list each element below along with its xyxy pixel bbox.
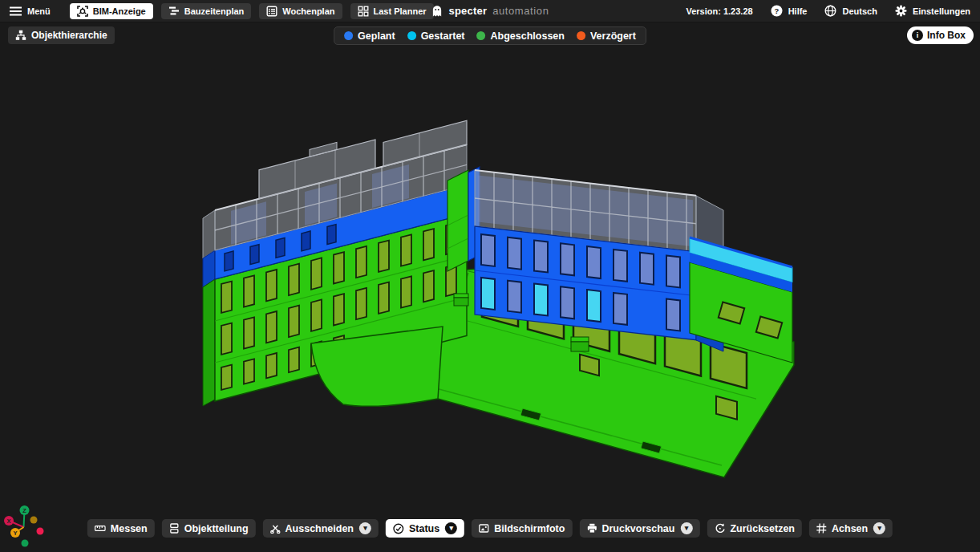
button-label: Druckvorschau: [601, 523, 674, 534]
axis-neg-y-handle[interactable]: [30, 517, 38, 524]
language-button[interactable]: Deutsch: [824, 5, 877, 17]
language-label: Deutsch: [842, 6, 877, 16]
button-label: Status: [409, 523, 439, 534]
button-label: Messen: [111, 523, 148, 534]
axis-neg-x-handle[interactable]: [37, 528, 44, 535]
brand-logo: specter automation: [431, 5, 549, 18]
screenshot-icon: [479, 523, 489, 534]
axis-y-handle[interactable]: Y: [10, 528, 20, 538]
button-label: Bildschirmfoto: [494, 523, 565, 534]
svg-text:Z: Z: [22, 507, 26, 514]
status-button[interactable]: Status ▾: [386, 519, 464, 538]
object-split-button[interactable]: Objektteilung: [162, 519, 256, 538]
legend-label: Gestartet: [421, 30, 465, 42]
screenshot-button[interactable]: Bildschirmfoto: [472, 519, 572, 538]
chevron-down-icon[interactable]: ▾: [445, 522, 457, 534]
svg-text:X: X: [6, 518, 10, 525]
hamburger-icon: [10, 6, 22, 16]
legend-item-geplant[interactable]: Geplant: [344, 30, 395, 42]
help-label: Hilfe: [788, 6, 808, 16]
help-icon: ?: [771, 5, 783, 17]
info-icon: i: [912, 30, 923, 41]
settings-label: Einstellungen: [913, 6, 970, 16]
globe-icon: [824, 5, 836, 17]
chevron-down-icon[interactable]: ▾: [873, 522, 885, 534]
chevron-down-icon[interactable]: ▾: [680, 522, 692, 534]
brand-name: specter: [449, 5, 488, 17]
3d-viewport[interactable]: Z X Y: [0, 0, 980, 552]
tab-wochenplan[interactable]: Wochenplan: [259, 3, 342, 19]
button-label: Achsen: [832, 523, 868, 534]
reset-icon: [714, 523, 725, 534]
tab-bim-anzeige[interactable]: BIM-Anzeige: [70, 3, 153, 19]
button-label: Ausschneiden: [285, 523, 354, 534]
tab-last-planner[interactable]: Last Planner: [350, 3, 434, 19]
svg-text:?: ?: [774, 6, 779, 15]
info-box-button[interactable]: i Info Box: [907, 26, 974, 44]
button-label: Objektteilung: [184, 523, 249, 534]
object-hierarchy-label: Objekthierarchie: [31, 30, 107, 41]
printer-icon: [586, 523, 597, 534]
tab-label: Wochenplan: [282, 6, 334, 16]
menu-button[interactable]: Menü: [10, 6, 51, 16]
weekplan-icon: [266, 6, 277, 17]
bim-view-icon: [77, 6, 88, 17]
hierarchy-icon: [15, 30, 26, 41]
axis-neg-z-handle[interactable]: [22, 540, 29, 547]
axis-x-handle[interactable]: X: [4, 516, 14, 526]
print-preview-button[interactable]: Druckvorschau ▾: [579, 519, 699, 538]
legend-item-gestartet[interactable]: Gestartet: [407, 30, 465, 42]
status-dot-gestartet: [407, 31, 416, 40]
axis-z-handle[interactable]: Z: [20, 505, 30, 515]
split-object-icon: [169, 523, 180, 534]
scissors-icon: [270, 523, 281, 534]
tab-bauzeitenplan[interactable]: Bauzeitenplan: [161, 3, 252, 19]
legend-label: Geplant: [358, 30, 395, 42]
gear-icon: [895, 5, 907, 17]
help-button[interactable]: ? Hilfe: [771, 5, 808, 17]
bottom-toolbar: Messen Objektteilung Ausschneiden ▾ Stat…: [87, 519, 893, 538]
tab-label: BIM-Anzeige: [93, 6, 146, 16]
axes-grid-icon: [816, 523, 827, 534]
info-box-label: Info Box: [927, 30, 966, 41]
button-label: Zurücksetzen: [730, 523, 795, 534]
status-dot-verzoegert: [577, 31, 585, 40]
version-label: Version: 1.23.28: [686, 6, 752, 16]
object-hierarchy-button[interactable]: Objekthierarchie: [8, 26, 115, 44]
axes-button[interactable]: Achsen ▾: [809, 519, 893, 538]
axis-gizmo[interactable]: Z X Y: [2, 493, 61, 552]
measure-button[interactable]: Messen: [87, 519, 155, 538]
legend-label: Abgeschlossen: [491, 30, 565, 42]
legend-item-abgeschlossen[interactable]: Abgeschlossen: [477, 30, 565, 42]
tab-label: Last Planner: [374, 6, 427, 16]
cut-button[interactable]: Ausschneiden ▾: [263, 519, 379, 538]
tab-label: Bauzeitenplan: [184, 6, 245, 16]
bim-model[interactable]: [0, 0, 980, 552]
ghost-logo-icon: [431, 5, 443, 18]
status-check-icon: [393, 523, 404, 534]
menu-label: Menü: [27, 6, 51, 16]
reset-button[interactable]: Zurücksetzen: [707, 519, 802, 538]
settings-button[interactable]: Einstellungen: [895, 5, 970, 17]
legend-label: Verzögert: [590, 30, 636, 42]
legend-item-verzoegert[interactable]: Verzögert: [577, 30, 636, 42]
grid-icon: [358, 6, 369, 17]
brand-suffix: automation: [492, 5, 549, 17]
status-dot-geplant: [344, 31, 353, 40]
ruler-icon: [95, 523, 106, 534]
svg-text:Y: Y: [13, 530, 17, 537]
chevron-down-icon[interactable]: ▾: [359, 522, 371, 534]
gantt-icon: [168, 6, 180, 16]
top-bar: Menü BIM-Anzeige Bauzeitenplan Wochenpla…: [0, 0, 980, 22]
status-dot-abgeschlossen: [477, 31, 486, 40]
status-legend: Geplant Gestartet Abgeschlossen Verzöger…: [334, 26, 646, 45]
